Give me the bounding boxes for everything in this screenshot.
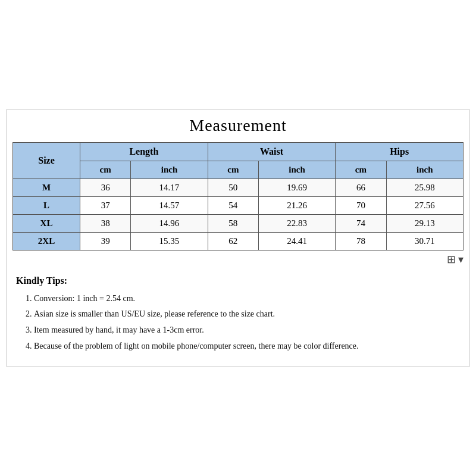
cell-waist-cm: 62 bbox=[208, 232, 258, 250]
table-row: M 36 14.17 50 19.69 66 25.98 bbox=[13, 178, 464, 196]
cell-size: L bbox=[13, 196, 80, 214]
icon-area: ⊞ ▾ bbox=[12, 253, 464, 266]
cell-hips-inch: 27.56 bbox=[386, 196, 463, 214]
cell-waist-cm: 58 bbox=[208, 214, 258, 232]
cell-size: M bbox=[13, 178, 80, 196]
tip-item: Item measured by hand, it may have a 1-3… bbox=[34, 322, 460, 339]
cell-hips-cm: 78 bbox=[336, 232, 386, 250]
cell-length-cm: 39 bbox=[80, 232, 131, 250]
cell-length-inch: 15.35 bbox=[131, 232, 208, 250]
tips-section: Kindly Tips: Conversion: 1 inch = 2.54 c… bbox=[12, 275, 464, 354]
tips-list: Conversion: 1 inch = 2.54 cm.Asian size … bbox=[16, 291, 460, 354]
col-length-cm: cm bbox=[80, 161, 131, 178]
table-row: XL 38 14.96 58 22.83 74 29.13 bbox=[13, 214, 464, 232]
cell-length-cm: 36 bbox=[80, 178, 131, 196]
cell-hips-cm: 74 bbox=[336, 214, 386, 232]
table-icon: ⊞ ▾ bbox=[447, 253, 464, 265]
cell-size: 2XL bbox=[13, 232, 80, 250]
cell-hips-inch: 29.13 bbox=[386, 214, 463, 232]
col-hips-inch: inch bbox=[386, 161, 463, 178]
cell-length-inch: 14.57 bbox=[131, 196, 208, 214]
cell-hips-inch: 30.71 bbox=[386, 232, 463, 250]
cell-length-cm: 38 bbox=[80, 214, 131, 232]
table-row: L 37 14.57 54 21.26 70 27.56 bbox=[13, 196, 464, 214]
page-title: Measurement bbox=[12, 116, 464, 135]
cell-hips-inch: 25.98 bbox=[386, 178, 463, 196]
tip-item: Conversion: 1 inch = 2.54 cm. bbox=[34, 291, 460, 307]
col-length-header: Length bbox=[80, 142, 208, 161]
col-hips-cm: cm bbox=[336, 161, 386, 178]
cell-size: XL bbox=[13, 214, 80, 232]
cell-waist-inch: 24.41 bbox=[258, 232, 335, 250]
col-hips-header: Hips bbox=[336, 142, 464, 161]
table-row: 2XL 39 15.35 62 24.41 78 30.71 bbox=[13, 232, 464, 250]
col-size-header: Size bbox=[13, 142, 80, 178]
cell-waist-cm: 54 bbox=[208, 196, 258, 214]
col-waist-header: Waist bbox=[208, 142, 336, 161]
cell-length-cm: 37 bbox=[80, 196, 131, 214]
cell-waist-cm: 50 bbox=[208, 178, 258, 196]
cell-hips-cm: 66 bbox=[336, 178, 386, 196]
cell-waist-inch: 22.83 bbox=[258, 214, 335, 232]
table-header-top: Size Length Waist Hips bbox=[13, 142, 464, 161]
col-waist-inch: inch bbox=[258, 161, 335, 178]
tip-item: Asian size is smaller than US/EU size, p… bbox=[34, 306, 460, 322]
cell-hips-cm: 70 bbox=[336, 196, 386, 214]
tip-item: Because of the problem of light on mobil… bbox=[34, 339, 460, 355]
table-header-sub: cm inch cm inch cm inch bbox=[13, 161, 464, 178]
main-container: Measurement Size Length Waist Hips cm in… bbox=[6, 109, 470, 367]
cell-length-inch: 14.17 bbox=[131, 178, 208, 196]
tips-title: Kindly Tips: bbox=[16, 275, 460, 286]
col-waist-cm: cm bbox=[208, 161, 258, 178]
cell-length-inch: 14.96 bbox=[131, 214, 208, 232]
cell-waist-inch: 21.26 bbox=[258, 196, 335, 214]
cell-waist-inch: 19.69 bbox=[258, 178, 335, 196]
col-length-inch: inch bbox=[131, 161, 208, 178]
measurement-table: Size Length Waist Hips cm inch cm inch c… bbox=[12, 142, 464, 250]
